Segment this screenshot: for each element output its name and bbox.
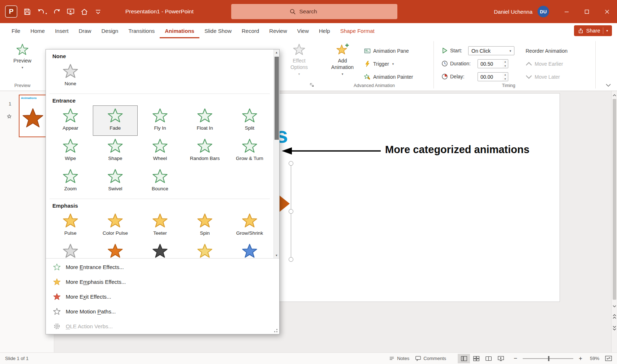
menu-ole-action-verbs[interactable]: OLE Action Verbs...	[46, 319, 279, 334]
animation-dialog-launcher-icon[interactable]	[309, 82, 314, 87]
tab-design[interactable]: Design	[96, 23, 124, 38]
scrollbar-thumb[interactable]	[613, 99, 616, 300]
animation-painter-button[interactable]: Animation Painter	[364, 72, 413, 82]
start-dropdown[interactable]: On Click ▾	[468, 46, 514, 55]
animation-zoom[interactable]: Zoom	[48, 166, 93, 196]
gallery-scroll-up-icon[interactable]: ▲	[274, 49, 279, 55]
animation-fly-in[interactable]: Fly In	[138, 105, 182, 136]
scroll-up-arrow-icon[interactable]	[612, 91, 617, 100]
effect-options-button[interactable]: Effect Options ▾	[282, 43, 316, 77]
tab-slide-show[interactable]: Slide Show	[199, 23, 237, 38]
collapse-ribbon-chevron-icon[interactable]	[605, 83, 611, 87]
gallery-scroll-down-icon[interactable]: ▼	[274, 252, 279, 258]
delay-spinner[interactable]: ▲▼	[502, 72, 508, 81]
animation-grow-shrink[interactable]: Grow/Shrink	[227, 211, 272, 241]
vertical-scrollbar[interactable]	[611, 91, 617, 352]
selection-handle-middle[interactable]	[289, 209, 293, 214]
undo-dropdown-chevron-icon[interactable]: ▾	[46, 12, 47, 16]
search-input[interactable]	[299, 8, 339, 15]
user-name[interactable]: Daniel Uchenna	[494, 9, 532, 15]
animation-partial-1[interactable]	[48, 241, 93, 258]
zoom-slider[interactable]	[523, 358, 573, 359]
animation-pulse[interactable]: Pulse	[48, 211, 93, 241]
animation-shape[interactable]: Shape	[93, 136, 138, 166]
fit-slide-to-window-button[interactable]	[605, 356, 612, 361]
animation-bounce[interactable]: Bounce	[138, 166, 182, 196]
tab-review[interactable]: Review	[264, 23, 292, 38]
animation-none[interactable]: None	[48, 61, 93, 91]
animation-wipe[interactable]: Wipe	[48, 136, 93, 166]
selection-handle-bottom[interactable]	[289, 257, 293, 262]
slide-sorter-view-button[interactable]	[470, 354, 482, 363]
menu-more-motion-paths[interactable]: More Motion Paths...	[46, 304, 279, 319]
next-slide-button[interactable]	[612, 324, 617, 332]
animation-float-in[interactable]: Float In	[182, 105, 227, 136]
animation-spin[interactable]: Spin	[182, 211, 227, 241]
duration-spinner[interactable]: ▲▼	[502, 59, 508, 68]
add-animation-button[interactable]: Add Animation ▾	[325, 43, 360, 77]
comments-button[interactable]: Comments	[415, 356, 446, 361]
tab-insert[interactable]: Insert	[50, 23, 74, 38]
animation-partial-3[interactable]	[138, 241, 182, 258]
animation-swivel[interactable]: Swivel	[93, 166, 138, 196]
menu-more-entrance-effects[interactable]: More Entrance Effects...	[46, 260, 279, 274]
preview-button[interactable]: Preview ▾	[2, 43, 43, 71]
search-box[interactable]	[231, 4, 397, 19]
gallery-scrollbar[interactable]: ▲ ▼	[273, 49, 279, 258]
move-later-button[interactable]: Move Later	[526, 72, 560, 82]
zoom-slider-thumb[interactable]	[548, 356, 549, 361]
redo-icon[interactable]	[53, 8, 61, 16]
tab-help[interactable]: Help	[314, 23, 335, 38]
slide-show-view-button[interactable]	[495, 354, 507, 363]
reading-view-button[interactable]	[482, 354, 495, 363]
animation-appear[interactable]: Appear	[48, 105, 93, 136]
animation-grow-turn[interactable]: Grow & Turn	[227, 136, 272, 166]
customize-quick-access-icon[interactable]	[94, 8, 102, 16]
start-dropdown-chevron-icon[interactable]: ▾	[509, 49, 511, 53]
previous-slide-button[interactable]	[612, 312, 617, 321]
resize-grip[interactable]	[276, 331, 277, 332]
powerpoint-logo-icon[interactable]: P	[5, 5, 17, 18]
duration-input[interactable]	[478, 59, 503, 68]
move-earlier-button[interactable]: Move Earlier	[526, 59, 563, 69]
annotation-text[interactable]: More categorized animations	[385, 144, 530, 156]
animation-indicator-star-icon[interactable]	[7, 114, 12, 119]
animation-wheel[interactable]: Wheel	[138, 136, 182, 166]
zoom-percentage[interactable]: 59%	[586, 356, 599, 361]
tab-shape-format[interactable]: Shape Format	[335, 23, 380, 38]
menu-more-emphasis-effects[interactable]: More Emphasis Effects...	[46, 274, 279, 289]
tab-draw[interactable]: Draw	[74, 23, 96, 38]
notes-button[interactable]: Notes	[389, 356, 409, 361]
maximize-button[interactable]	[577, 0, 597, 23]
animation-partial-2[interactable]	[93, 241, 138, 258]
tab-animations[interactable]: Animations	[160, 23, 199, 38]
animation-partial-5[interactable]	[227, 241, 272, 258]
share-dropdown-chevron-icon[interactable]: ▾	[606, 29, 608, 32]
annotation-arrow[interactable]	[281, 145, 382, 157]
user-avatar[interactable]: DU	[538, 6, 549, 17]
animation-partial-4[interactable]	[182, 241, 227, 258]
animation-split[interactable]: Split	[227, 105, 272, 136]
menu-more-exit-effects[interactable]: More Exit Effects...	[46, 289, 279, 304]
slideshow-from-beginning-icon[interactable]	[67, 8, 74, 16]
home-icon[interactable]	[81, 8, 88, 16]
animation-color-pulse[interactable]: Color Pulse	[93, 211, 138, 241]
trigger-button[interactable]: Trigger ▾	[364, 59, 394, 69]
tab-record[interactable]: Record	[237, 23, 264, 38]
tab-view[interactable]: View	[292, 23, 314, 38]
minimize-button[interactable]	[556, 0, 577, 23]
zoom-in-button[interactable]: +	[578, 355, 583, 362]
delay-input[interactable]	[478, 72, 503, 81]
tab-transitions[interactable]: Transitions	[123, 23, 160, 38]
save-icon[interactable]	[23, 8, 31, 16]
gallery-scrollbar-thumb[interactable]	[275, 57, 279, 140]
tab-home[interactable]: Home	[25, 23, 50, 38]
share-button[interactable]: Share ▾	[574, 25, 612, 36]
undo-icon[interactable]	[37, 8, 45, 16]
animation-pane-button[interactable]: Animation Pane	[364, 46, 409, 56]
scroll-down-arrow-icon[interactable]	[612, 302, 617, 311]
zoom-out-button[interactable]: −	[513, 355, 518, 362]
animation-fade[interactable]: Fade	[93, 105, 138, 136]
close-button[interactable]	[597, 0, 617, 23]
animation-random-bars[interactable]: Random Bars	[182, 136, 227, 166]
